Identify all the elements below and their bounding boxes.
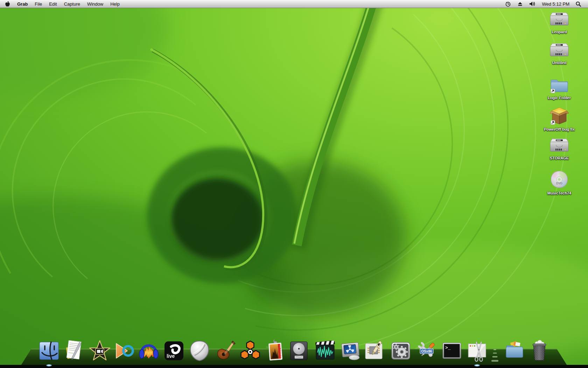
clapperboard-waveform-icon bbox=[314, 339, 337, 362]
dock-item-disc-burner[interactable] bbox=[340, 339, 363, 362]
ableton-live-icon: live bbox=[162, 339, 186, 362]
dock-item-audacity[interactable] bbox=[137, 339, 160, 362]
dock-item-grab[interactable] bbox=[465, 339, 489, 362]
grab-scissors-icon bbox=[465, 339, 489, 362]
menu-bar-status: Wed 5:12 PM bbox=[502, 0, 588, 8]
menu-bar: Grab File Edit Capture Window Help bbox=[0, 0, 588, 8]
all-access-pass-icon: ALL ACCESS bbox=[264, 339, 287, 362]
dock-item-temperature-monitor[interactable] bbox=[363, 339, 386, 362]
desktop-icon-poweroff-bug-fix[interactable]: PowerOff bug fix bbox=[538, 107, 581, 131]
spotlight-icon bbox=[575, 1, 581, 7]
package-icon bbox=[548, 107, 570, 127]
running-indicator bbox=[46, 364, 52, 367]
menu-item-grab[interactable]: Grab bbox=[14, 0, 31, 8]
dock-item-record-chrome-pick[interactable] bbox=[188, 339, 211, 362]
running-indicator bbox=[474, 364, 480, 367]
dock-item-finder[interactable] bbox=[37, 339, 61, 362]
eject-icon bbox=[517, 1, 523, 7]
dock-item-soundtrack-pro[interactable] bbox=[314, 339, 337, 362]
play-triangle-circle-icon bbox=[113, 339, 136, 362]
spotlight-menu[interactable] bbox=[572, 0, 584, 8]
menu-bar-left: Grab File Edit Capture Window Help bbox=[0, 0, 123, 8]
terminal-prompt-text: >_ bbox=[445, 345, 451, 350]
gear-icon bbox=[389, 339, 412, 362]
menu-item-help[interactable]: Help bbox=[107, 0, 123, 8]
time-machine-menu[interactable] bbox=[502, 0, 514, 8]
dock-item-play-media-player[interactable] bbox=[113, 339, 136, 362]
desktop-icon-logic-folder[interactable]: Logic Folder bbox=[538, 76, 581, 100]
dock-item-trash-full[interactable] bbox=[528, 339, 551, 362]
desktop-icon-untitled[interactable]: Untitled bbox=[538, 42, 581, 65]
eject-menu[interactable] bbox=[514, 0, 526, 8]
dock-item-documents-stack[interactable] bbox=[503, 339, 526, 362]
menu-item-window[interactable]: Window bbox=[84, 0, 107, 8]
textedit-icon bbox=[62, 339, 85, 362]
dock-item-logic-platinum-record[interactable] bbox=[287, 339, 310, 362]
dock-item-garageband[interactable] bbox=[214, 339, 237, 362]
trash-icon bbox=[528, 339, 551, 362]
dock-item-system-preferences[interactable] bbox=[389, 339, 412, 362]
terminal-icon: >_ bbox=[440, 339, 463, 362]
thermometer-chip-icon bbox=[363, 339, 386, 362]
reason-hex-icon bbox=[239, 339, 262, 362]
chrome-pick-icon bbox=[188, 339, 211, 362]
desktop-screen: Grab File Edit Capture Window Help bbox=[0, 0, 588, 368]
garageband-guitar-icon bbox=[214, 339, 237, 362]
alias-arrow-badge bbox=[551, 88, 555, 95]
dock-separator[interactable] bbox=[491, 345, 499, 362]
dock-item-ableton-live[interactable]: live bbox=[162, 339, 186, 362]
volume-icon bbox=[529, 1, 536, 7]
dock-item-terminal[interactable]: >_ bbox=[440, 339, 463, 362]
dvd-text: DVD bbox=[556, 182, 562, 185]
volume-menu[interactable] bbox=[526, 0, 539, 8]
desktop-icon-label: Leopard bbox=[538, 30, 581, 34]
dock-item-imovie[interactable] bbox=[88, 339, 111, 362]
alias-arrow-badge bbox=[551, 120, 555, 126]
dock-item-mainstage-pass[interactable]: ALL ACCESS bbox=[264, 339, 287, 362]
menu-clock[interactable]: Wed 5:12 PM bbox=[539, 1, 572, 7]
hard-drive-icon bbox=[548, 42, 570, 60]
menu-item-capture[interactable]: Capture bbox=[61, 0, 84, 8]
time-machine-icon bbox=[505, 1, 511, 7]
live-text: live bbox=[167, 353, 175, 359]
dock-item-osx86-tools[interactable]: OSx86 bbox=[415, 339, 438, 362]
desktop-icon-label: Untitled bbox=[538, 61, 581, 65]
desktop-icon-musictech74[interactable]: DVD MusicTech74 bbox=[538, 170, 581, 195]
desktop-icon-leopard[interactable]: Leopard bbox=[538, 11, 581, 34]
imovie-star-icon bbox=[88, 339, 111, 362]
desktop-icon-label: MusicTech74 bbox=[538, 191, 581, 195]
dvd-disc-icon: DVD bbox=[550, 170, 569, 191]
hard-drive-icon bbox=[548, 11, 570, 29]
dock: live bbox=[0, 329, 588, 368]
apple-menu[interactable] bbox=[0, 0, 14, 8]
audacity-headphones-icon bbox=[137, 339, 160, 362]
menu-item-file[interactable]: File bbox=[31, 0, 46, 8]
apple-icon bbox=[5, 1, 10, 7]
osx86-text: OSx86 bbox=[421, 349, 432, 353]
hard-drive-icon bbox=[548, 137, 570, 156]
desktop-icon-label: STORAGE bbox=[538, 156, 581, 160]
platinum-record-icon bbox=[287, 339, 310, 362]
dock-item-textedit[interactable] bbox=[62, 339, 85, 362]
dock-item-reason[interactable] bbox=[239, 339, 262, 362]
crossed-tools-icon: OSx86 bbox=[415, 339, 438, 362]
desktop-icon-label: Logic Folder bbox=[538, 96, 581, 100]
documents-folder-icon bbox=[503, 339, 526, 362]
disc-burner-icon bbox=[340, 339, 363, 362]
desktop-icon-storage[interactable]: STORAGE bbox=[538, 137, 581, 160]
folder-icon bbox=[548, 76, 570, 95]
desktop-icon-label: PowerOff bug fix bbox=[538, 127, 581, 131]
finder-icon bbox=[37, 339, 61, 362]
leaf-wallpaper bbox=[0, 0, 588, 368]
menu-item-edit[interactable]: Edit bbox=[46, 0, 60, 8]
